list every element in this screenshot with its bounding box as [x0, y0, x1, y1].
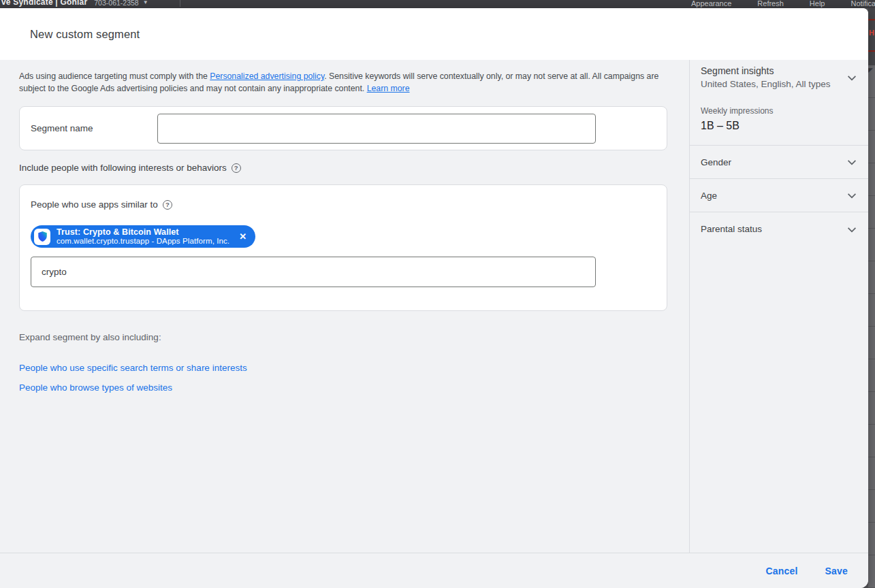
apps-similar-card: People who use apps similar to ? — [19, 184, 667, 311]
segment-name-label: Segment name — [31, 123, 157, 133]
app-chip-subtitle: com.wallet.crypto.trustapp - DApps Platf… — [57, 238, 229, 246]
app-chip-trust-wallet[interactable]: Trust: Crypto & Bitcoin Wallet com.walle… — [31, 225, 255, 248]
topbar-item-notifications: Notificat — [850, 0, 875, 7]
section-parental-status[interactable]: Parental status — [690, 212, 868, 246]
expand-link-search-terms[interactable]: People who use specific search terms or … — [19, 363, 689, 373]
account-dropdown-caret-icon: ▼ — [143, 0, 148, 5]
topbar-item-refresh: Refresh — [757, 0, 784, 7]
include-interests-label: Include people with following interests … — [19, 163, 689, 173]
dialog-footer: Cancel Save — [0, 553, 868, 588]
dialog-content: Ads using audience targeting must comply… — [0, 60, 868, 553]
cancel-button[interactable]: Cancel — [765, 566, 797, 576]
segment-insights-panel: Segment insights United States, English,… — [689, 60, 868, 553]
section-gender-label: Gender — [701, 157, 844, 167]
insights-subtitle: United States, English, All types — [701, 79, 844, 89]
app-search-input[interactable] — [31, 257, 596, 287]
topbar-item-appearance: Appearance — [691, 0, 731, 7]
personalized-advertising-policy-link[interactable]: Personalized advertising policy — [210, 71, 324, 81]
background-red-letter: H — [869, 29, 874, 37]
dialog-header: New custom segment — [0, 8, 868, 60]
trust-wallet-icon — [34, 229, 50, 245]
insights-title: Segment insights — [701, 65, 844, 76]
learn-more-link[interactable]: Learn more — [367, 84, 410, 93]
weekly-impressions-label: Weekly impressions — [701, 106, 860, 116]
disclaimer-text: Ads using audience targeting must comply… — [19, 70, 667, 95]
apps-similar-label: People who use apps similar to ? — [31, 199, 656, 210]
background-red-line — [868, 19, 875, 20]
apps-similar-label-text: People who use apps similar to — [31, 199, 158, 210]
disclaimer-part-1: Ads using audience targeting must comply… — [19, 71, 210, 81]
segment-name-card: Segment name — [19, 106, 667, 150]
section-age[interactable]: Age — [690, 179, 868, 212]
background-caret-icon: ◤ — [868, 67, 873, 74]
include-interests-label-text: Include people with following interests … — [19, 163, 227, 173]
dialog-title: New custom segment — [30, 28, 140, 41]
help-icon[interactable]: ? — [163, 200, 172, 210]
app-chip-text: Trust: Crypto & Bitcoin Wallet com.walle… — [57, 228, 229, 246]
account-id: 703-061-2358 — [94, 0, 138, 7]
background-sliver-top: H — [868, 8, 875, 65]
expand-link-websites[interactable]: People who browse types of websites — [19, 382, 689, 393]
weekly-impressions-value: 1B – 5B — [701, 120, 860, 132]
topbar-divider — [180, 0, 180, 7]
background-topbar: ve Syndicate | Gonlar 703-061-2358 ▼ App… — [0, 0, 875, 8]
expand-segment-label: Expand segment by also including: — [19, 332, 689, 342]
main-column: Ads using audience targeting must comply… — [0, 60, 689, 553]
chevron-down-icon[interactable] — [844, 221, 860, 238]
chevron-down-icon[interactable] — [844, 69, 860, 86]
save-button[interactable]: Save — [825, 566, 848, 576]
topbar-item-help: Help — [810, 0, 825, 7]
background-page-sliver: H ◤ — [868, 8, 875, 588]
section-gender[interactable]: Gender — [690, 146, 868, 179]
insights-header[interactable]: Segment insights United States, English,… — [701, 65, 860, 89]
section-age-label: Age — [701, 191, 844, 201]
help-icon[interactable]: ? — [232, 163, 241, 173]
background-red-line — [868, 50, 875, 52]
background-sliver-rows: ◤ — [868, 65, 875, 588]
chevron-down-icon[interactable] — [844, 154, 860, 170]
segment-name-input[interactable] — [157, 114, 596, 144]
new-custom-segment-dialog: New custom segment Ads using audience ta… — [0, 8, 868, 588]
chevron-down-icon[interactable] — [844, 187, 860, 203]
app-chip-title: Trust: Crypto & Bitcoin Wallet — [57, 228, 229, 237]
section-parental-status-label: Parental status — [701, 224, 844, 234]
close-icon[interactable]: ✕ — [239, 232, 246, 241]
account-name: ve Syndicate | Gonlar — [1, 0, 87, 7]
